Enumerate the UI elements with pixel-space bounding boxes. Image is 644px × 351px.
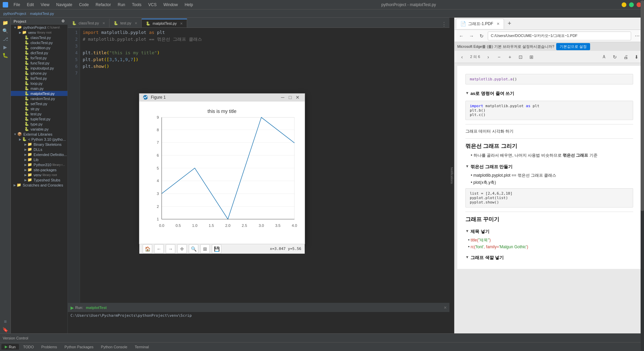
menu-view[interactable]: View bbox=[38, 2, 52, 8]
tree-item-classtest[interactable]: 🐍classTest.py bbox=[11, 35, 67, 40]
pdf-zoom-out[interactable]: − bbox=[494, 52, 504, 62]
tree-item-venv2[interactable]: ▶📁venvlibrary root bbox=[11, 172, 67, 177]
tree-item-loop[interactable]: 🐍loop.py bbox=[11, 81, 67, 86]
tree-item-randomtest[interactable]: 🐍randomTest.py bbox=[11, 96, 67, 101]
bottom-tab-run[interactable]: ▶ Run bbox=[1, 344, 19, 350]
bottom-tab-problems[interactable]: Problems bbox=[38, 344, 60, 350]
project-panel-options[interactable]: ⚙ bbox=[61, 19, 65, 23]
tree-item-python310-lib[interactable]: ▶📁Python310library r... bbox=[11, 162, 67, 167]
menu-refactor[interactable]: Refactor bbox=[93, 2, 114, 8]
vcs-tool-icon[interactable]: ⎇ bbox=[2, 35, 9, 43]
tree-item-clockctest[interactable]: 🐍clockcTest.py bbox=[11, 40, 67, 45]
bottom-tab-python-packages[interactable]: Python Packages bbox=[61, 344, 97, 350]
fig-save-button[interactable]: 💾 bbox=[212, 244, 221, 254]
menu-window[interactable]: Window bbox=[161, 2, 181, 8]
menu-code[interactable]: Code bbox=[76, 2, 92, 8]
pdf-print[interactable]: 🖨 bbox=[621, 52, 630, 62]
pdf-rotate[interactable]: ↻ bbox=[610, 52, 620, 62]
tree-item-settest[interactable]: 🐍setTest.py bbox=[11, 101, 67, 106]
notifications-bar[interactable]: Notifications bbox=[449, 18, 454, 333]
pdf-tab-close[interactable]: ✕ bbox=[497, 22, 500, 26]
figure-close-button[interactable]: ✕ bbox=[294, 94, 301, 101]
tab-test[interactable]: 🐍 test.py ✕ bbox=[109, 19, 142, 27]
tree-item-external-libs[interactable]: ▼ 📦 External Libraries bbox=[11, 132, 67, 137]
pdf-prev-page[interactable]: ‹ bbox=[457, 52, 467, 62]
project-root[interactable]: ▼ 📂 pythonProject C:\Users\ bbox=[11, 25, 67, 30]
tab-close-matplottest[interactable]: ✕ bbox=[180, 22, 183, 25]
tree-item-iphone[interactable]: 🐍iphone.py bbox=[11, 71, 67, 76]
maximize-button[interactable] bbox=[629, 2, 634, 7]
pdf-content[interactable]: matplotlib.pyplot.a() ▼ as로 명령어 줄여 쓰기 im… bbox=[455, 63, 644, 333]
tree-item-type[interactable]: 🐍type.py bbox=[11, 121, 67, 126]
pdf-url-input[interactable] bbox=[488, 32, 631, 40]
tab-close-test[interactable]: ✕ bbox=[135, 21, 137, 25]
menu-navigate[interactable]: Navigate bbox=[54, 2, 75, 8]
pdf-tab[interactable]: 📄 그래프-1.PDF ✕ bbox=[456, 19, 504, 29]
tree-item-matplottest[interactable]: 🐍matplotTest.py bbox=[11, 91, 67, 96]
pdf-zoom-in[interactable]: + bbox=[505, 52, 515, 62]
bottom-tab-todo[interactable]: TODO bbox=[20, 344, 37, 350]
tree-item-fortest[interactable]: 🐍forTest.py bbox=[11, 55, 67, 60]
tree-item-venv[interactable]: ▶ 📁 venv library root bbox=[11, 30, 67, 35]
figure-maximize-button[interactable]: □ bbox=[286, 94, 294, 101]
menu-help[interactable]: Help bbox=[182, 2, 196, 8]
tab-classtest[interactable]: 🐍 classTest.py ✕ bbox=[68, 19, 109, 27]
fig-subplots-button[interactable]: ⊞ bbox=[200, 244, 210, 254]
version-control-tab[interactable]: Version Control bbox=[3, 336, 28, 340]
structure-tool-icon[interactable]: ≡ bbox=[2, 318, 9, 325]
tree-item-lib[interactable]: ▶📁Lib bbox=[11, 157, 67, 162]
fig-home-button[interactable]: 🏠 bbox=[143, 244, 152, 254]
minimize-button[interactable] bbox=[622, 2, 626, 7]
tree-item-typeshed[interactable]: ▶📁Typeshed Stubs bbox=[11, 177, 67, 182]
edge-set-default-button[interactable]: 기본값으로 설정 bbox=[556, 43, 590, 50]
fig-zoom-button[interactable]: 🔍 bbox=[189, 244, 198, 254]
fig-pan-button[interactable]: ✛ bbox=[177, 244, 187, 254]
tree-item-tupletest[interactable]: 🐍tupleTest.py bbox=[11, 116, 67, 121]
bookmarks-tool-icon[interactable]: 🔖 bbox=[2, 326, 9, 333]
pdf-download[interactable]: ⬇ bbox=[632, 52, 641, 62]
pdf-back-button[interactable]: ← bbox=[457, 32, 465, 40]
pdf-settings-button[interactable]: ⋯ bbox=[633, 32, 641, 40]
tree-item-condition[interactable]: 🐍condition.py bbox=[11, 45, 67, 50]
menu-file[interactable]: File bbox=[11, 2, 23, 8]
pdf-refresh-button[interactable]: ↻ bbox=[478, 32, 486, 40]
bottom-tab-terminal[interactable]: Terminal bbox=[132, 344, 153, 350]
breadcrumb-file[interactable]: matplotTest.py bbox=[30, 12, 54, 16]
project-tool-icon[interactable]: 📁 bbox=[2, 19, 9, 26]
tree-item-str[interactable]: 🐍str.py bbox=[11, 106, 67, 111]
tree-item-scratches[interactable]: ▶📁Scratches and Consoles bbox=[11, 182, 67, 188]
pdf-new-tab-button[interactable]: + bbox=[505, 19, 514, 28]
run-panel-close[interactable]: ✕ bbox=[444, 306, 447, 310]
tree-item-main[interactable]: 🐍main.py bbox=[11, 86, 67, 91]
pdf-text-select[interactable]: Ａ bbox=[599, 52, 609, 62]
menu-vcs[interactable]: VCS bbox=[145, 2, 159, 8]
tree-item-dlls[interactable]: ▶📁DLLs bbox=[11, 147, 67, 152]
tree-item-inputoutput[interactable]: 🐍inputoutput.py bbox=[11, 65, 67, 71]
run-config-name[interactable]: matplotTest bbox=[86, 306, 107, 310]
menu-run[interactable]: Run bbox=[115, 2, 128, 8]
tab-close-classtest[interactable]: ✕ bbox=[102, 21, 105, 25]
menu-tools[interactable]: Tools bbox=[129, 2, 144, 8]
debug-tool-icon[interactable]: 🐛 bbox=[2, 52, 9, 59]
pdf-fit-page[interactable]: ⊡ bbox=[516, 52, 525, 62]
find-tool-icon[interactable]: 🔍 bbox=[2, 27, 9, 35]
pdf-forward-button[interactable]: → bbox=[467, 32, 476, 40]
tree-item-variable[interactable]: 🐍variable.py bbox=[11, 126, 67, 132]
tree-item-dicttest[interactable]: 🐍dictTest.py bbox=[11, 50, 67, 55]
tree-item-functest[interactable]: 🐍funcTest.py bbox=[11, 60, 67, 65]
breadcrumb-project[interactable]: pythonProject bbox=[3, 12, 26, 16]
bottom-tab-python-console[interactable]: Python Console bbox=[98, 344, 131, 350]
tree-item-python310[interactable]: ▶ 🐍 < Python 3.10 (pytho... bbox=[11, 137, 67, 142]
tab-matplottest[interactable]: 🐍 matplotTest.py ✕ bbox=[142, 19, 187, 27]
pdf-next-page[interactable]: › bbox=[483, 52, 493, 62]
run-tool-icon[interactable]: ▶ bbox=[2, 43, 9, 51]
pdf-fit-width[interactable]: ⊞ bbox=[527, 52, 536, 62]
menu-edit[interactable]: Edit bbox=[24, 2, 37, 8]
tree-item-test[interactable]: 🐍test.py bbox=[11, 111, 67, 116]
figure-minimize-button[interactable]: ─ bbox=[279, 94, 286, 101]
fig-forward-button[interactable]: → bbox=[166, 244, 175, 254]
fig-back-button[interactable]: ← bbox=[154, 244, 164, 254]
tab-more-button[interactable]: ⋮ bbox=[439, 21, 449, 27]
tree-item-extended-def[interactable]: ▶📁Extended Definitio... bbox=[11, 152, 67, 157]
tree-item-listtest[interactable]: 🐍listTest.py bbox=[11, 76, 67, 81]
